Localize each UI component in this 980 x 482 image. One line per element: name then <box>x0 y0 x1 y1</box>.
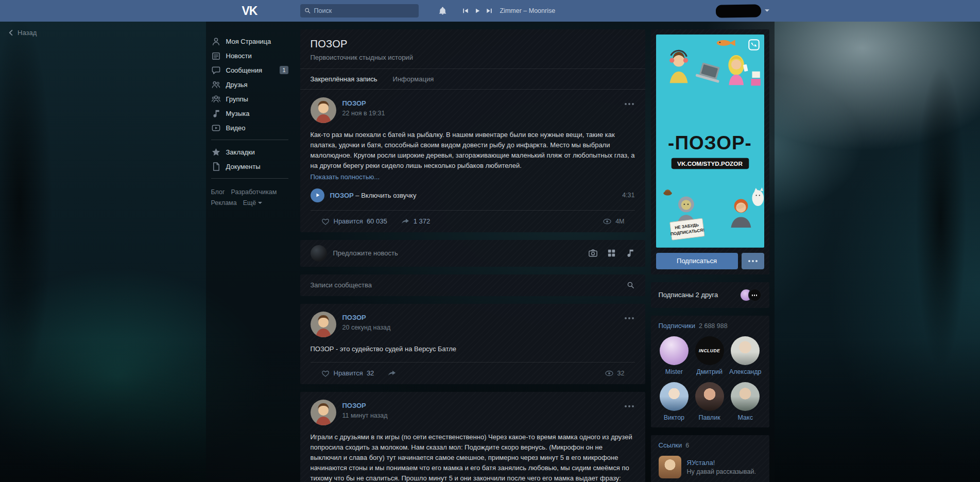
audio-track-name: Включить озвучку <box>361 192 416 199</box>
subscriber[interactable]: Александр <box>729 336 762 375</box>
subscriber-avatar <box>695 382 724 411</box>
footer-link-ads[interactable]: Реклама <box>211 198 237 209</box>
player-play-button[interactable] <box>474 8 480 14</box>
community-more-button[interactable] <box>742 253 764 269</box>
show-more-link[interactable]: Показать полностью... <box>311 173 380 181</box>
links-title-link[interactable]: Ссылки <box>659 441 682 449</box>
sidebar-item-documents[interactable]: Документы <box>211 159 288 174</box>
like-count: 60 035 <box>367 217 387 225</box>
post-date[interactable]: 20 секунд назад <box>342 324 391 331</box>
right-column: -ПОЗОР- VK.COM/STYD.POZOR НЕ ЗАБУДЬ ПОДП… <box>651 29 769 482</box>
link-subtitle: Ну давай рассказывай. <box>687 468 757 475</box>
sidebar-item-video[interactable]: Видео <box>211 120 288 135</box>
subscriber-avatar <box>731 336 760 365</box>
tab-information[interactable]: Информация <box>393 75 434 83</box>
heart-icon <box>321 369 330 378</box>
community-status: Первоисточник стыдных историй <box>311 54 635 61</box>
sidebar-item-my-page[interactable]: Моя Страница <box>211 34 288 48</box>
post-date[interactable]: 11 минут назад <box>342 412 388 419</box>
like-button[interactable]: Нравится 60 035 <box>321 217 387 226</box>
audio-separator: – <box>355 192 359 199</box>
wall-search-panel: Записи сообщества <box>300 274 645 296</box>
subscribers-title-link[interactable]: Подписчики <box>659 322 696 330</box>
audio-play-button[interactable] <box>311 188 324 202</box>
share-icon <box>401 217 410 226</box>
post-author-link[interactable]: ПОЗОР <box>342 99 366 107</box>
subscriber[interactable]: Виктор <box>659 382 690 421</box>
post-menu-button[interactable] <box>623 403 636 409</box>
share-count: 1 372 <box>414 217 431 225</box>
subscribe-button[interactable]: Подписаться <box>656 253 738 269</box>
documents-icon <box>211 162 221 171</box>
like-button[interactable]: Нравится 32 <box>321 369 374 378</box>
avatar-text: INCLUDE <box>699 348 720 353</box>
now-playing-track[interactable]: Zimmer – Moonrise <box>500 7 556 14</box>
pinned-post: ПОЗОР 22 ноя в 19:31 Как-то раз мы поеха… <box>300 90 645 232</box>
post-menu-button[interactable] <box>623 315 636 321</box>
community-avatar[interactable] <box>311 400 336 425</box>
sidebar-item-messages[interactable]: Сообщения 1 <box>211 63 288 77</box>
sidebar-item-bookmarks[interactable]: Закладки <box>211 145 288 159</box>
subscribers-panel: Подписчики 2 688 988 Mister INCLUDE Дмит… <box>651 316 769 427</box>
vk-logo[interactable]: VK <box>242 4 257 18</box>
post-menu-button[interactable] <box>623 101 636 107</box>
subscriber[interactable]: Макс <box>729 382 762 421</box>
user-avatar-small <box>311 245 327 262</box>
eye-icon <box>605 369 614 378</box>
search-icon[interactable] <box>627 281 635 289</box>
topbar-search <box>300 4 419 18</box>
player-prev-button[interactable] <box>462 8 469 14</box>
prev-track-icon <box>462 8 469 14</box>
post-text: Как-то раз мы поехали с батей на рыбалку… <box>311 130 635 171</box>
attachments-grid-icon[interactable] <box>607 248 616 258</box>
footer-link-blog[interactable]: Блог <box>211 187 225 198</box>
subscriber[interactable]: Павлик <box>694 382 725 421</box>
user-menu[interactable] <box>716 5 769 18</box>
community-cover-image[interactable]: -ПОЗОР- VK.COM/STYD.POZOR НЕ ЗАБУДЬ ПОДП… <box>656 35 764 248</box>
post-date[interactable]: 22 ноя в 19:31 <box>342 110 385 117</box>
audio-attachment[interactable]: ПОЗОР – Включить озвучку 4:31 <box>311 188 635 202</box>
sidebar-item-groups[interactable]: Группы <box>211 92 288 106</box>
subscriber[interactable]: INCLUDE Дмитрий <box>694 336 725 375</box>
share-button[interactable]: 1 372 <box>401 217 431 226</box>
link-item[interactable]: ЯУстала! Ну давай рассказывай. <box>659 456 762 478</box>
sidebar-item-music[interactable]: Музыка <box>211 106 288 120</box>
sidebar-item-friends[interactable]: Друзья <box>211 77 288 92</box>
link-title: ЯУстала! <box>687 459 715 467</box>
footer-link-more[interactable]: Ещё <box>243 198 263 209</box>
player-next-button[interactable] <box>486 8 492 14</box>
chevron-down-icon <box>258 202 262 204</box>
notifications-button[interactable] <box>438 7 447 15</box>
wall-search-field[interactable]: Записи сообщества <box>311 281 627 289</box>
profile-icon <box>211 37 221 46</box>
divider <box>211 178 288 179</box>
sidebar-item-news[interactable]: Новости <box>211 48 288 63</box>
back-button[interactable]: Назад <box>7 29 37 37</box>
footer-link-developers[interactable]: Разработчикам <box>231 187 277 198</box>
post-author-link[interactable]: ПОЗОР <box>342 314 366 321</box>
community-avatar[interactable] <box>311 312 336 337</box>
sidebar-item-label: Видео <box>226 124 246 132</box>
music-note-icon[interactable] <box>625 248 635 258</box>
post-action-bar: Нравится 32 32 <box>311 362 635 384</box>
friend-avatar[interactable] <box>748 288 762 302</box>
sidebar-item-label: Моя Страница <box>226 38 271 45</box>
subscriber-avatar <box>660 336 689 365</box>
search-input[interactable] <box>300 4 419 18</box>
feed-column: ПОЗОР Первоисточник стыдных историй Закр… <box>300 29 645 482</box>
community-avatar[interactable] <box>311 97 336 123</box>
community-name: ПОЗОР <box>311 38 635 50</box>
suggest-post-field[interactable]: Предложите новость <box>333 249 588 257</box>
tab-pinned-post[interactable]: Закреплённая запись <box>311 75 377 83</box>
subscriber[interactable]: Mister <box>659 336 690 375</box>
audio-artist-link[interactable]: ПОЗОР <box>330 192 354 199</box>
share-button[interactable] <box>387 369 397 378</box>
post-author-link[interactable]: ПОЗОР <box>342 402 366 409</box>
camera-icon[interactable] <box>588 248 598 258</box>
poster-url: VK.COM/STYD.POZOR <box>677 160 743 167</box>
sidebar-footer: БлогРазработчикам РекламаЕщё <box>211 187 288 209</box>
subscriber-avatar: INCLUDE <box>695 336 724 365</box>
mini-player: Zimmer – Moonrise <box>462 7 556 14</box>
messages-icon <box>211 65 221 75</box>
friends-subscribed-label[interactable]: Подписаны 2 друга <box>659 291 718 299</box>
